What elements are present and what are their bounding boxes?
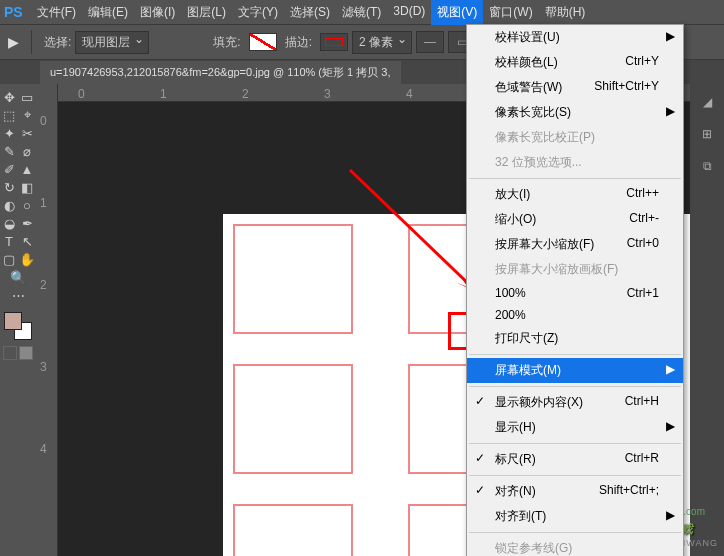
menu-item[interactable]: 编辑(E) bbox=[82, 0, 134, 25]
shape-rect[interactable] bbox=[233, 504, 353, 556]
stamp-tool-icon[interactable]: ▲ bbox=[18, 160, 36, 178]
menu-item[interactable]: 3D(D) bbox=[387, 0, 431, 25]
check-icon: ✓ bbox=[475, 394, 485, 408]
color-swatches[interactable] bbox=[4, 312, 32, 340]
document-tab[interactable]: u=1907426953,212015876&fm=26&gp=0.jpg @ … bbox=[40, 61, 401, 84]
fill-swatch[interactable] bbox=[249, 33, 277, 51]
submenu-arrow-icon: ▶ bbox=[666, 104, 675, 118]
menu-item[interactable]: 视图(V) bbox=[431, 0, 483, 25]
submenu-arrow-icon: ▶ bbox=[666, 419, 675, 433]
menu-dropdown-item[interactable]: 校样颜色(L)Ctrl+Y bbox=[467, 50, 683, 75]
shape-tool-icon[interactable]: ▢ bbox=[0, 250, 18, 268]
stroke-width-dropdown[interactable]: 2 像素 bbox=[352, 31, 412, 54]
menu-dropdown-item: 32 位预览选项... bbox=[467, 150, 683, 175]
menu-dropdown-item: 像素长宽比校正(P) bbox=[467, 125, 683, 150]
crop-tool-icon[interactable]: ✂ bbox=[18, 124, 36, 142]
eraser-tool-icon[interactable]: ◧ bbox=[18, 178, 36, 196]
menu-dropdown-item[interactable]: 像素长宽比(S)▶ bbox=[467, 100, 683, 125]
menu-item[interactable]: 窗口(W) bbox=[483, 0, 538, 25]
shape-rect[interactable] bbox=[233, 224, 353, 334]
marquee-tool-icon[interactable]: ⬚ bbox=[0, 106, 18, 124]
path-select-icon[interactable]: ▶ bbox=[8, 34, 19, 50]
shape-rect[interactable] bbox=[233, 364, 353, 474]
hand-tool-icon[interactable]: ✋ bbox=[18, 250, 36, 268]
wand-tool-icon[interactable]: ✦ bbox=[0, 124, 18, 142]
menu-dropdown-item[interactable]: 对齐到(T)▶ bbox=[467, 504, 683, 529]
eyedropper-tool-icon[interactable]: ✎ bbox=[0, 142, 18, 160]
menu-item[interactable]: 帮助(H) bbox=[539, 0, 592, 25]
lasso-tool-icon[interactable]: ⌖ bbox=[18, 106, 36, 124]
right-panel-dock: ◢ ⊞ ⧉ bbox=[690, 84, 724, 556]
submenu-arrow-icon: ▶ bbox=[666, 508, 675, 522]
toolbox: ✥▭ ⬚⌖ ✦✂ ✎⌀ ✐▲ ↻◧ ◐○ ◒✒ T↖ ▢✋ 🔍 ⋯ bbox=[0, 84, 36, 556]
menu-item[interactable]: 滤镜(T) bbox=[336, 0, 387, 25]
stroke-label: 描边: bbox=[285, 34, 312, 51]
menu-dropdown-item[interactable]: 校样设置(U)▶ bbox=[467, 25, 683, 50]
menu-dropdown-item[interactable]: 100%Ctrl+1 bbox=[467, 282, 683, 304]
menu-dropdown-item[interactable]: 对齐(N)Shift+Ctrl+;✓ bbox=[467, 479, 683, 504]
artboard-tool-icon[interactable]: ▭ bbox=[18, 88, 36, 106]
history-brush-icon[interactable]: ↻ bbox=[0, 178, 18, 196]
panel-icon[interactable]: ⧉ bbox=[697, 156, 717, 176]
menu-item[interactable]: 文件(F) bbox=[31, 0, 82, 25]
gradient-tool-icon[interactable]: ◐ bbox=[0, 196, 18, 214]
menu-dropdown-item[interactable]: 标尺(R)Ctrl+R✓ bbox=[467, 447, 683, 472]
menu-dropdown-item[interactable]: 按屏幕大小缩放(F)Ctrl+0 bbox=[467, 232, 683, 257]
dodge-tool-icon[interactable]: ◒ bbox=[0, 214, 18, 232]
submenu-arrow-icon: ▶ bbox=[666, 29, 675, 43]
menu-dropdown-item[interactable]: 放大(I)Ctrl++ bbox=[467, 182, 683, 207]
type-tool-icon[interactable]: T bbox=[0, 232, 18, 250]
view-menu-dropdown: 校样设置(U)▶校样颜色(L)Ctrl+Y色域警告(W)Shift+Ctrl+Y… bbox=[466, 24, 684, 556]
blur-tool-icon[interactable]: ○ bbox=[18, 196, 36, 214]
stroke-swatch[interactable] bbox=[320, 33, 348, 51]
menu-dropdown-item[interactable]: 色域警告(W)Shift+Ctrl+Y bbox=[467, 75, 683, 100]
panel-icon[interactable]: ◢ bbox=[697, 92, 717, 112]
move-tool-icon[interactable]: ✥ bbox=[0, 88, 18, 106]
submenu-arrow-icon: ▶ bbox=[666, 362, 675, 376]
menu-dropdown-item: 锁定参考线(G) bbox=[467, 536, 683, 556]
app-logo: PS bbox=[4, 4, 23, 20]
menu-item[interactable]: 文字(Y) bbox=[232, 0, 284, 25]
menu-item[interactable]: 选择(S) bbox=[284, 0, 336, 25]
zoom-tool-icon[interactable]: 🔍 bbox=[9, 268, 27, 286]
menu-dropdown-item[interactable]: 屏幕模式(M)▶ bbox=[467, 358, 683, 383]
menu-dropdown-item[interactable]: 200% bbox=[467, 304, 683, 326]
stroke-type-icon[interactable]: — bbox=[416, 31, 444, 53]
brush-tool-icon[interactable]: ✐ bbox=[0, 160, 18, 178]
more-tools-icon[interactable]: ⋯ bbox=[9, 286, 27, 304]
path-tool-icon[interactable]: ↖ bbox=[18, 232, 36, 250]
quickmask-toggle[interactable] bbox=[3, 346, 33, 360]
panel-icon[interactable]: ⊞ bbox=[697, 124, 717, 144]
menu-item[interactable]: 图层(L) bbox=[181, 0, 232, 25]
layer-select-dropdown[interactable]: 现用图层 bbox=[75, 31, 149, 54]
menu-dropdown-item: 按屏幕大小缩放画板(F) bbox=[467, 257, 683, 282]
foreground-swatch[interactable] bbox=[4, 312, 22, 330]
check-icon: ✓ bbox=[475, 483, 485, 497]
check-icon: ✓ bbox=[475, 451, 485, 465]
ruler-vertical: 01234 bbox=[36, 84, 58, 556]
heal-tool-icon[interactable]: ⌀ bbox=[18, 142, 36, 160]
fill-label: 填充: bbox=[213, 34, 240, 51]
menu-dropdown-item[interactable]: 显示(H)▶ bbox=[467, 415, 683, 440]
menu-dropdown-item[interactable]: 打印尺寸(Z) bbox=[467, 326, 683, 351]
menu-item[interactable]: 图像(I) bbox=[134, 0, 181, 25]
menu-dropdown-item[interactable]: 缩小(O)Ctrl+- bbox=[467, 207, 683, 232]
select-label: 选择: bbox=[44, 34, 71, 51]
menu-dropdown-item[interactable]: 显示额外内容(X)Ctrl+H✓ bbox=[467, 390, 683, 415]
pen-tool-icon[interactable]: ✒ bbox=[18, 214, 36, 232]
menu-bar: PS 文件(F)编辑(E)图像(I)图层(L)文字(Y)选择(S)滤镜(T)3D… bbox=[0, 0, 724, 24]
